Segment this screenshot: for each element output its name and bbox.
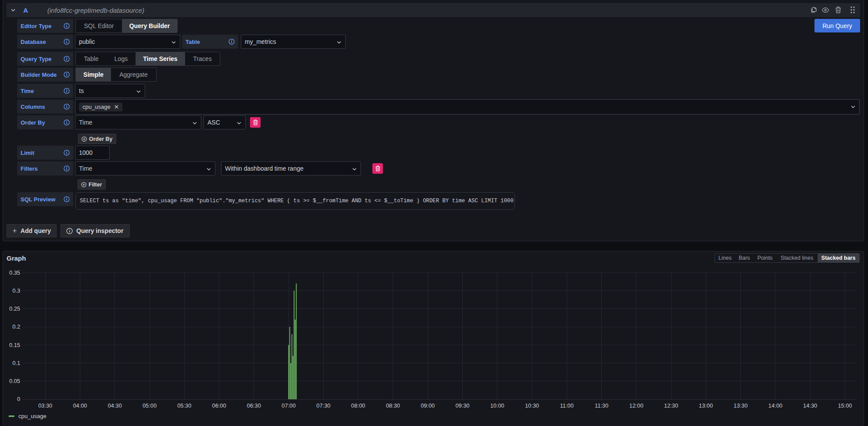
svg-text:11:00: 11:00 — [560, 402, 574, 409]
svg-text:0: 0 — [17, 396, 20, 402]
svg-text:06:00: 06:00 — [212, 402, 226, 409]
svg-text:0.05: 0.05 — [9, 378, 20, 384]
svg-text:10:30: 10:30 — [525, 402, 539, 409]
svg-text:12:30: 12:30 — [664, 402, 678, 409]
svg-text:09:00: 09:00 — [421, 402, 435, 409]
svg-text:12:00: 12:00 — [629, 402, 643, 409]
svg-text:0.3: 0.3 — [12, 287, 20, 294]
svg-text:11:30: 11:30 — [595, 402, 608, 409]
svg-text:cpu_usage: cpu_usage — [18, 413, 46, 419]
svg-text:15:00: 15:00 — [838, 402, 852, 409]
svg-text:03:30: 03:30 — [38, 402, 52, 409]
svg-text:05:30: 05:30 — [177, 402, 191, 409]
svg-text:08:30: 08:30 — [386, 402, 400, 409]
svg-text:08:00: 08:00 — [351, 402, 365, 409]
svg-text:14:00: 14:00 — [768, 402, 782, 409]
svg-text:09:30: 09:30 — [455, 402, 469, 409]
svg-text:07:30: 07:30 — [316, 402, 330, 409]
svg-text:0.1: 0.1 — [12, 360, 20, 366]
svg-text:13:00: 13:00 — [699, 402, 713, 409]
svg-text:13:30: 13:30 — [734, 402, 748, 409]
svg-text:0.2: 0.2 — [12, 323, 20, 330]
svg-text:05:00: 05:00 — [143, 402, 157, 409]
svg-text:0.25: 0.25 — [9, 305, 20, 312]
svg-text:0.15: 0.15 — [9, 342, 20, 348]
svg-text:14:30: 14:30 — [803, 402, 817, 409]
svg-text:07:00: 07:00 — [282, 402, 296, 409]
svg-text:04:30: 04:30 — [108, 402, 122, 409]
svg-text:0.35: 0.35 — [9, 269, 20, 276]
svg-text:06:30: 06:30 — [247, 402, 261, 409]
svg-text:10:00: 10:00 — [490, 402, 504, 409]
svg-text:04:00: 04:00 — [73, 402, 87, 409]
